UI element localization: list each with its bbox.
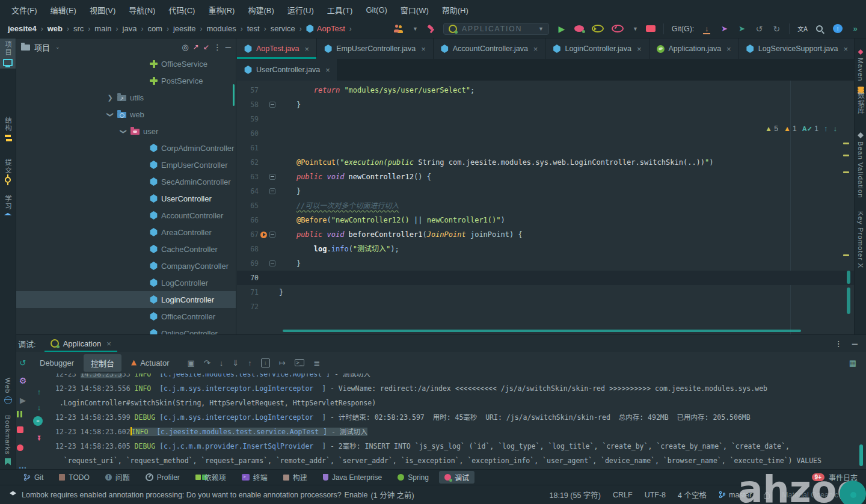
- tool-window-button-Key Promoter X[interactable]: Key Promoter X: [855, 208, 866, 268]
- expand-all-icon[interactable]: ↗: [193, 43, 199, 51]
- tree-item[interactable]: CorpAdminController: [16, 140, 236, 156]
- step-out-icon[interactable]: ↑: [248, 358, 252, 367]
- editor-line[interactable]: 58 }: [237, 97, 854, 112]
- collapse-all-icon[interactable]: ↙: [203, 43, 209, 51]
- tool-window-button-数据库[interactable]: 数据库: [855, 87, 866, 115]
- editor-line[interactable]: 72: [237, 300, 854, 314]
- commit-and-push-icon[interactable]: ➤: [737, 23, 746, 34]
- tree-item[interactable]: OfficeController: [16, 308, 236, 325]
- close-icon[interactable]: ×: [533, 45, 538, 54]
- breadcrumb-item[interactable]: web: [46, 23, 64, 34]
- menu-item[interactable]: Git(G): [359, 2, 393, 17]
- tree-item[interactable]: CompanyController: [16, 257, 236, 274]
- editor-tab[interactable]: EmpUserController.java×: [317, 38, 434, 59]
- chevron-icon[interactable]: ❯: [106, 94, 114, 102]
- breadcrumb-item[interactable]: test: [245, 23, 262, 34]
- chevron-icon[interactable]: ❯: [106, 111, 114, 118]
- tab-控制台[interactable]: 控制台: [84, 354, 121, 372]
- editor-line[interactable]: 57 return "modules/sys/user/userSelect";: [237, 83, 854, 97]
- tool-window-button-TODO[interactable]: TODO: [54, 472, 94, 483]
- tree-item[interactable]: AreaController: [16, 224, 236, 241]
- breadcrumb-item[interactable]: java: [121, 23, 139, 34]
- tool-window-button-问题[interactable]: !问题: [100, 471, 135, 484]
- tree-item[interactable]: ❯utils: [16, 89, 236, 106]
- menu-item[interactable]: 文件(F): [5, 1, 44, 19]
- tree-item[interactable]: LogController: [16, 274, 236, 291]
- platform-update-icon[interactable]: ↑: [833, 24, 843, 33]
- tool-window-button-Profiler[interactable]: Profiler: [140, 472, 185, 483]
- close-icon[interactable]: ×: [726, 45, 731, 54]
- tool-window-button-Git[interactable]: Git: [18, 472, 49, 483]
- drop-frame-icon[interactable]: ↓: [261, 358, 270, 367]
- stop-icon[interactable]: [646, 25, 656, 32]
- push-icon[interactable]: ➤: [719, 23, 729, 34]
- breadcrumb-item[interactable]: main: [93, 23, 113, 34]
- code-with-me-icon[interactable]: »: [850, 23, 860, 34]
- history-icon[interactable]: ↻: [772, 23, 781, 34]
- tool-window-button-Java Enterprise[interactable]: Java Enterprise: [318, 472, 387, 483]
- encoding-widget[interactable]: UTF-8: [645, 491, 666, 499]
- editor-line[interactable]: 61: [237, 141, 854, 155]
- tool-window-button-构建[interactable]: 构建: [278, 471, 313, 484]
- editor-tab[interactable]: LogServiceSupport.java×: [739, 38, 854, 59]
- chevron-icon[interactable]: ❯: [120, 128, 127, 135]
- editor-line[interactable]: 60: [237, 126, 854, 141]
- tab-Actuator[interactable]: Actuator: [124, 354, 176, 372]
- close-icon[interactable]: ×: [106, 339, 111, 348]
- caret-position-widget[interactable]: 18:19 (55 字符): [550, 489, 601, 500]
- layout-settings-icon[interactable]: ≣: [313, 358, 320, 367]
- force-step-into-icon[interactable]: ⇓: [232, 358, 239, 367]
- tree-item[interactable]: SecAdminController: [16, 173, 236, 190]
- lock-icon[interactable]: [764, 494, 770, 499]
- console-line[interactable]: .LoginController#switchSkin(String, Http…: [55, 396, 866, 410]
- editor-line[interactable]: 71}: [237, 285, 854, 300]
- search-everywhere-icon[interactable]: [815, 25, 825, 33]
- horizontal-scrollbar[interactable]: [283, 330, 801, 332]
- translate-icon[interactable]: 文A: [797, 23, 808, 34]
- editor-tab[interactable]: LoginController.java×: [545, 38, 649, 59]
- hide-panel-icon[interactable]: ─: [226, 43, 231, 52]
- undo-icon[interactable]: ↺: [754, 23, 764, 34]
- tree-item[interactable]: EmpUserController: [16, 156, 236, 173]
- collapse-all-icon[interactable]: ▼▼: [33, 432, 45, 444]
- aop-advice-icon[interactable]: [260, 232, 267, 238]
- code-editor[interactable]: 57 return "modules/sys/user/userSelect";…: [237, 81, 854, 334]
- tree-item[interactable]: OnlineController: [16, 325, 236, 334]
- editor-line[interactable]: 67 public void beforeController1(JoinPoi…: [237, 227, 854, 242]
- down-stack-icon[interactable]: ↓: [33, 401, 45, 413]
- git-branch-widget[interactable]: master: [719, 491, 752, 499]
- menu-item[interactable]: 重构(R): [201, 1, 241, 19]
- breadcrumb-item[interactable]: service: [269, 23, 297, 34]
- tool-window-button-Spring[interactable]: Spring: [392, 472, 434, 483]
- run-to-cursor-icon[interactable]: ↦: [279, 358, 286, 367]
- update-project-icon[interactable]: ↓: [702, 23, 711, 34]
- tool-window-button-Maven[interactable]: Maven: [855, 49, 866, 82]
- event-log-button[interactable]: 9+ 事件日志: [812, 472, 858, 482]
- tree-item[interactable]: UserController: [16, 190, 236, 207]
- layout-grid-icon[interactable]: ▦: [849, 358, 866, 367]
- step-over-icon[interactable]: ↷: [204, 358, 210, 367]
- console-line[interactable]: 12-23 14:58:23.553 INFO [c.jeesite.modul…: [55, 373, 866, 381]
- enable-link[interactable]: Enable: [345, 491, 368, 499]
- tree-item[interactable]: ❯user: [16, 123, 236, 140]
- editor-line[interactable]: 65 //可以一次对多个切面进行切入: [237, 198, 854, 213]
- line-ending-widget[interactable]: CRLF: [613, 491, 633, 499]
- scroll-to-end-icon[interactable]: ≡: [33, 416, 43, 426]
- fold-marker[interactable]: [269, 260, 275, 266]
- open-console-icon[interactable]: >_: [295, 359, 305, 366]
- breadcrumb-item[interactable]: com: [146, 23, 164, 34]
- editor-line[interactable]: 70: [237, 271, 854, 285]
- debug-session-tab[interactable]: Application ×: [45, 335, 117, 352]
- coverage-icon[interactable]: [592, 25, 604, 32]
- editor-tab[interactable]: AopTest.java×: [237, 38, 317, 59]
- console-line[interactable]: 12-23 14:58:23.556 INFO [c.j.m.sys.inter…: [55, 381, 866, 396]
- fold-marker[interactable]: [269, 174, 275, 180]
- tree-item[interactable]: LoginController: [16, 291, 236, 308]
- menu-item[interactable]: 帮助(H): [435, 1, 475, 19]
- fold-marker[interactable]: [269, 188, 275, 194]
- stop-icon[interactable]: [17, 426, 23, 433]
- profiler-icon[interactable]: [612, 25, 624, 32]
- tool-window-button-Bean Validation[interactable]: Bean Validation: [855, 132, 866, 198]
- build-icon[interactable]: [426, 25, 435, 33]
- close-icon[interactable]: ×: [637, 45, 642, 54]
